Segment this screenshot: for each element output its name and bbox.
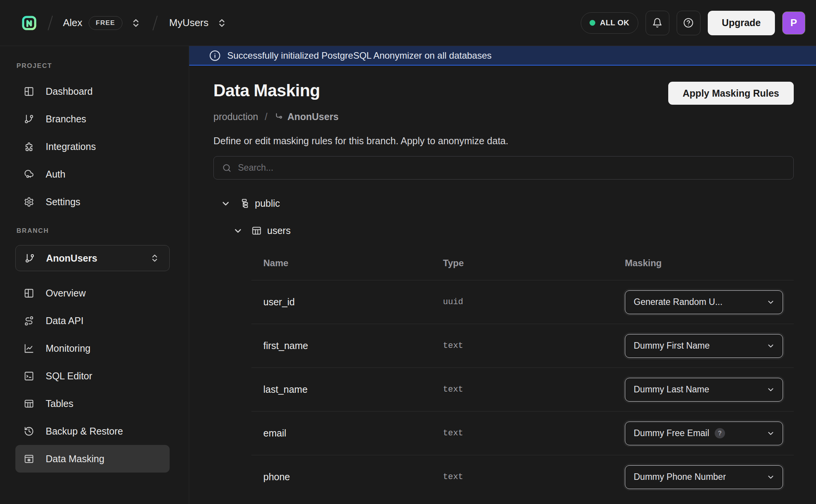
masking-rule-value: Dummy Last Name xyxy=(634,384,709,395)
sidebar-item-label: Auth xyxy=(46,169,65,180)
column-type: text xyxy=(443,341,625,351)
branch-section-label: BRANCH xyxy=(17,227,189,235)
masking-rule-value: Dummy Phone Number xyxy=(634,472,726,482)
table-row: user_id uuid Generate Random U... xyxy=(251,280,794,324)
tree-node-table-users[interactable]: users xyxy=(213,225,794,236)
chevron-down-icon[interactable] xyxy=(233,226,243,236)
sidebar-item-label: Settings xyxy=(46,196,80,208)
apply-masking-rules-button[interactable]: Apply Masking Rules xyxy=(668,82,794,105)
sidebar-item-backup-restore[interactable]: Backup & Restore xyxy=(15,417,170,445)
schema-tree: public users Name T xyxy=(213,198,794,499)
child-branch-icon xyxy=(274,112,284,122)
branch-selector[interactable]: AnonUsers xyxy=(15,245,170,271)
sidebar-item-dashboard[interactable]: Dashboard xyxy=(15,77,170,105)
page-content: Data Masking Apply Masking Rules product… xyxy=(189,66,816,504)
schema-icon xyxy=(239,198,249,209)
help-badge[interactable]: ? xyxy=(715,428,725,438)
schema-name: public xyxy=(255,198,280,209)
project-section-label: PROJECT xyxy=(17,62,189,70)
upgrade-button[interactable]: Upgrade xyxy=(708,11,775,35)
header-name: Name xyxy=(263,258,443,268)
column-name: phone xyxy=(263,471,443,483)
column-type: text xyxy=(443,472,625,482)
sidebar-item-data-masking[interactable]: Data Masking xyxy=(15,445,170,473)
chevron-down-icon[interactable] xyxy=(221,199,231,209)
table-icon xyxy=(24,399,34,409)
table-row: last_name text Dummy Last Name xyxy=(251,367,794,411)
status-pill[interactable]: ALL OK xyxy=(581,12,638,34)
sidebar-item-label: Backup & Restore xyxy=(46,426,123,437)
masking-rule-select[interactable]: Dummy First Name xyxy=(625,334,783,358)
sidebar: PROJECT Dashboard Branches Integrations xyxy=(0,46,189,504)
chevrons-up-down-icon xyxy=(217,18,227,28)
search-input[interactable] xyxy=(238,163,785,173)
git-branch-icon xyxy=(24,114,34,124)
page-description: Define or edit masking rules for this br… xyxy=(213,135,794,147)
column-type: text xyxy=(443,385,625,394)
git-branch-icon xyxy=(25,253,35,264)
sidebar-item-monitoring[interactable]: Monitoring xyxy=(15,334,170,362)
chevron-down-icon xyxy=(766,473,775,481)
masking-rule-select[interactable]: Dummy Last Name xyxy=(625,378,783,402)
masking-rule-value: Dummy First Name xyxy=(634,341,710,351)
sidebar-item-overview[interactable]: Overview xyxy=(15,279,170,307)
column-name: user_id xyxy=(263,296,443,308)
topbar: Alex FREE MyUsers ALL OK xyxy=(0,0,816,46)
column-type: uuid xyxy=(443,297,625,307)
column-name: email xyxy=(263,428,443,439)
status-label: ALL OK xyxy=(600,18,629,27)
sidebar-item-label: SQL Editor xyxy=(46,371,92,382)
sidebar-item-auth[interactable]: Auth xyxy=(15,160,170,188)
breadcrumb-slash-icon xyxy=(48,15,53,30)
sidebar-item-sql-editor[interactable]: SQL Editor xyxy=(15,362,170,390)
app-window: Alex FREE MyUsers ALL OK xyxy=(0,0,816,504)
project-name: MyUsers xyxy=(169,17,209,29)
org-selector[interactable]: Alex FREE xyxy=(63,16,141,30)
overview-layout-icon xyxy=(24,288,34,298)
search-icon xyxy=(222,163,232,173)
project-selector[interactable]: MyUsers xyxy=(169,17,227,29)
puzzle-icon xyxy=(24,142,34,152)
sidebar-item-label: Monitoring xyxy=(46,343,91,354)
avatar[interactable]: P xyxy=(782,12,805,35)
help-button[interactable] xyxy=(677,11,700,35)
breadcrumb-current-branch[interactable]: AnonUsers xyxy=(274,111,339,122)
success-banner: Successfully initialized PostgreSQL Anon… xyxy=(189,46,816,66)
tree-node-schema-public[interactable]: public xyxy=(213,198,794,209)
chevrons-up-down-icon xyxy=(131,18,141,28)
breadcrumb-parent-branch[interactable]: production xyxy=(213,111,258,122)
breadcrumb: production / AnonUsers xyxy=(213,111,794,122)
line-chart-icon xyxy=(24,343,34,354)
sidebar-item-branches[interactable]: Branches xyxy=(15,105,170,133)
bell-icon xyxy=(652,18,662,28)
breadcrumb-slash-icon xyxy=(152,15,158,30)
masking-rule-select[interactable]: Dummy Free Email ? xyxy=(625,422,783,445)
masking-rule-select[interactable]: Generate Random U... xyxy=(625,290,783,314)
sidebar-item-settings[interactable]: Settings xyxy=(15,188,170,216)
notifications-button[interactable] xyxy=(646,11,669,35)
sidebar-item-tables[interactable]: Tables xyxy=(15,390,170,417)
header-masking: Masking xyxy=(625,258,794,268)
banner-message: Successfully initialized PostgreSQL Anon… xyxy=(227,50,492,61)
table-row: first_name text Dummy First Name xyxy=(251,324,794,367)
cloud-key-icon xyxy=(24,169,34,180)
sidebar-item-data-api[interactable]: Data API xyxy=(15,307,170,334)
columns-table: Name Type Masking user_id uuid Generate … xyxy=(251,258,794,499)
neon-logo-icon[interactable] xyxy=(21,15,38,31)
column-name: first_name xyxy=(263,340,443,351)
chevron-down-icon xyxy=(766,342,775,350)
sidebar-item-label: Data Masking xyxy=(46,453,104,464)
column-type: text xyxy=(443,428,625,438)
sidebar-item-integrations[interactable]: Integrations xyxy=(15,133,170,160)
table-row: email text Dummy Free Email ? xyxy=(251,411,794,455)
route-icon xyxy=(24,316,34,326)
sidebar-item-label: Overview xyxy=(46,288,86,299)
masking-rule-select[interactable]: Dummy Phone Number xyxy=(625,465,783,489)
header-type: Type xyxy=(443,258,625,268)
breadcrumb-branch-name: AnonUsers xyxy=(287,111,339,122)
table-name: users xyxy=(267,225,291,236)
sidebar-item-label: Branches xyxy=(46,114,86,125)
table-row: phone text Dummy Phone Number xyxy=(251,455,794,499)
mask-window-icon xyxy=(24,454,34,464)
sidebar-item-label: Data API xyxy=(46,315,84,326)
